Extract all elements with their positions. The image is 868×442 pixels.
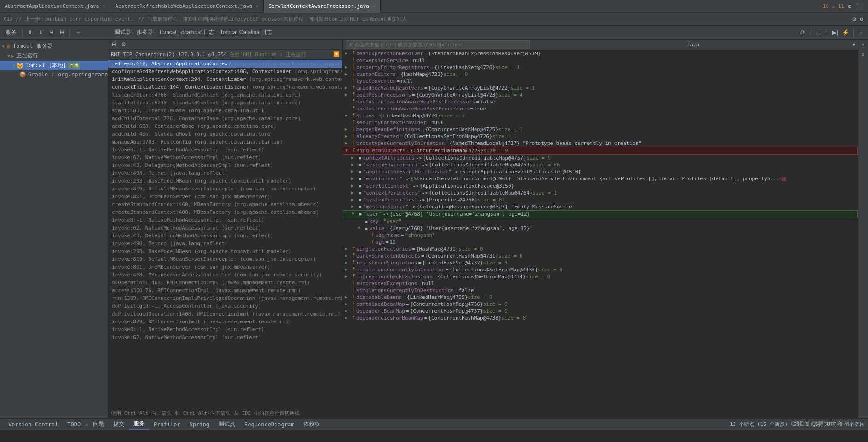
var-singleton-factories[interactable]: ▶ f singletonFactories = {HashMap@4730} … bbox=[343, 246, 858, 253]
stack-item-4[interactable]: listenerStart:4768, StandardContext (org… bbox=[108, 91, 342, 99]
stack-item-9[interactable]: addChild:496, StandardHost (org.apache.c… bbox=[108, 130, 342, 138]
var-singletons-currently-creation[interactable]: ▶ f singletonsCurrentlyInCreation = {Col… bbox=[343, 266, 858, 273]
stack-item-28[interactable]: doOperation:1468, RMIConnectionImpl (jav… bbox=[108, 279, 342, 287]
side-icon-2[interactable]: ⚙ bbox=[861, 51, 865, 58]
stack-item-14[interactable]: invoke:498, Method (java.lang.reflect) bbox=[108, 169, 342, 177]
tab-profiler[interactable]: Profiler bbox=[149, 420, 185, 429]
tb-filter-btn[interactable]: ⊟ bbox=[46, 29, 56, 36]
var-registered-singletons[interactable]: ▶ f registeredSingletons = {LinkedHashSe… bbox=[343, 259, 858, 266]
var-age[interactable]: f age = 12 bbox=[343, 239, 858, 246]
var-type-converter[interactable]: f typeConverter = null bbox=[343, 78, 858, 85]
step-out-btn[interactable]: ↑ bbox=[824, 28, 830, 37]
var-username[interactable]: f username = "zhangsan" bbox=[343, 232, 858, 239]
stack-item-17[interactable]: invoke:801, JmxMBeanServer (com.sun.jmx.… bbox=[108, 193, 342, 201]
var-arrow-29[interactable]: ▶ bbox=[345, 253, 351, 258]
stack-item-21[interactable]: invoke:62, NativeMethodAccessorImpl (sun… bbox=[108, 224, 342, 232]
var-already-created[interactable]: ▶ f alreadyCreated = {Collections$SetFro… bbox=[343, 133, 858, 140]
debugger-tab-btn[interactable]: 调试器 bbox=[112, 28, 134, 37]
var-early-singleton-objects[interactable]: ▶ f earlySingletonObjects = {ConcurrentH… bbox=[343, 253, 858, 259]
tab-sequence[interactable]: SequenceDiagram bbox=[240, 420, 299, 429]
var-arrow-21[interactable]: ▶ bbox=[351, 197, 358, 202]
var-bean-expression-resolver[interactable]: ▶ f beanExpressionResolver = {StandardBe… bbox=[343, 50, 858, 57]
tb-down-btn[interactable]: ⬇ bbox=[36, 29, 46, 36]
gear2-icon[interactable]: ⚙ bbox=[859, 15, 864, 23]
var-context-attributes[interactable]: ▶ ▪ contextAttributes -> {Collections$Un… bbox=[343, 155, 858, 161]
stack-item-10[interactable]: manageApp:1783, HostConfig (org.apache.c… bbox=[108, 138, 342, 146]
var-arrow-5[interactable]: ▶ bbox=[345, 85, 351, 90]
stack-item-26[interactable]: invoke:801, JmxMBeanServer (com.sun.jmx.… bbox=[108, 263, 342, 271]
tab-close-1[interactable]: ✕ bbox=[103, 4, 105, 9]
stack-item-0[interactable]: refresh:618, AbstractApplicationContext … bbox=[108, 60, 342, 68]
stack-item-34[interactable]: invoke0:-1, NativeMethodAccessorImpl (su… bbox=[108, 326, 342, 333]
tab-servlet-context[interactable]: ServletContextAwareProcessor.java ✕ bbox=[264, 0, 381, 13]
tab-close-3[interactable]: ✕ bbox=[373, 4, 376, 9]
var-singletons-currently-destruction[interactable]: f singletonsCurrentlyInDestruction = fal… bbox=[343, 287, 858, 294]
stack-item-13[interactable]: invoke:43, DelegatingMethodAccessorImpl … bbox=[108, 161, 342, 169]
var-arrow-9[interactable]: ▶ bbox=[345, 113, 351, 118]
var-environment[interactable]: ▶ ▪ "environment" -> {StandardServletEnv… bbox=[343, 175, 858, 183]
var-arrow-23[interactable]: ▼ bbox=[352, 211, 358, 216]
var-has-instantiation[interactable]: f hasInstantiationAwareBeanPostProcessor… bbox=[343, 98, 858, 105]
tb-add-btn[interactable]: ＋ bbox=[73, 28, 83, 37]
filter-icon[interactable]: 🔽 bbox=[333, 51, 340, 57]
var-system-environment[interactable]: ▶ ▪ "systemEnvironment" -> {Collections$… bbox=[343, 161, 858, 168]
var-contained-bean-map[interactable]: ▶ f containedBeanMap = {ConcurrentHashMa… bbox=[343, 301, 858, 308]
var-value[interactable]: ▼ ▪ value = {User@4768} "User{username='… bbox=[343, 225, 858, 232]
stack-item-6[interactable]: start:183, LifecycleBase (org.apache.cat… bbox=[108, 107, 342, 115]
var-arrow-36[interactable]: ▶ bbox=[345, 301, 351, 306]
var-arrow-18[interactable]: ▶ bbox=[351, 176, 358, 181]
server-tab-btn[interactable]: 服务器 bbox=[134, 28, 156, 37]
tab-abstract-refreshable[interactable]: AbstractRefreshableWebApplicationContext… bbox=[110, 0, 264, 13]
var-security-context-provider[interactable]: f securityContextProvider = null bbox=[343, 119, 858, 126]
stack-item-19[interactable]: createStandardContext:408, MBeanFactory … bbox=[108, 208, 342, 216]
var-arrow-16[interactable]: ▶ bbox=[351, 162, 358, 167]
tree-tomcat-server[interactable]: ▼ 🖥 Tomcat 服务器 bbox=[0, 41, 108, 51]
tomcat-catalina-tab-btn[interactable]: Tomcat Catalina 日志 bbox=[217, 28, 275, 37]
var-merged-bean-definitions[interactable]: ▶ f mergedBeanDefinitions = {ConcurrentH… bbox=[343, 126, 858, 133]
var-arrow-3[interactable]: ▶ bbox=[345, 71, 351, 76]
var-app-event-multicaster[interactable]: ▶ ▪ "applicationEventMulticaster" -> {Si… bbox=[343, 168, 858, 175]
var-arrow-31[interactable]: ▶ bbox=[345, 267, 351, 272]
mt-filter-btn[interactable]: ⊟ bbox=[110, 40, 118, 48]
tab-spring[interactable]: Spring bbox=[185, 420, 214, 429]
var-custom-editors[interactable]: ▶ f customEditors = {HashMap@4721} size … bbox=[343, 71, 858, 78]
var-arrow-19[interactable]: ▶ bbox=[351, 183, 358, 188]
stack-item-18[interactable]: createStandardContext:460, MBeanFactory … bbox=[108, 201, 342, 208]
tab-dependencies[interactable]: 依赖项 bbox=[299, 419, 324, 429]
tree-running[interactable]: ▼ ▶ 正在运行 bbox=[0, 51, 108, 61]
mt-settings-btn[interactable]: ⚙ bbox=[120, 40, 128, 48]
var-embedded-value-resolvers[interactable]: ▶ f embeddedValueResolvers = {CopyOnWrit… bbox=[343, 85, 858, 92]
lang-dropdown-icon[interactable]: ▼ bbox=[853, 42, 855, 47]
var-arrow-2[interactable]: ▶ bbox=[345, 64, 351, 69]
var-context-parameters[interactable]: ▶ ▪ "contextParameters" -> {Collections$… bbox=[343, 189, 858, 196]
tab-service[interactable]: 服务 bbox=[129, 419, 149, 430]
stack-item-7[interactable]: addChildInternal:726, ContainerBase (org… bbox=[108, 115, 342, 122]
stack-item-30[interactable]: run:1309, RMIConnectionImpl$PrivilegedOp… bbox=[108, 294, 342, 302]
stack-item-2[interactable]: initWebApplicationContext:294, ContextLo… bbox=[108, 75, 342, 83]
var-arrow-37[interactable]: ▶ bbox=[345, 308, 351, 313]
tree-tomcat-local[interactable]: ▼ 🐱 Tomcat [本地] 本地 bbox=[0, 61, 108, 70]
tomcat-localhost-tab-btn[interactable]: Tomcat Localhost 日志 bbox=[156, 28, 217, 37]
var-property-editor-registrars[interactable]: ▶ f propertyEditorRegistrars = {LinkedHa… bbox=[343, 64, 858, 71]
var-disposable-beans[interactable]: ▶ f disposableBeans = {LinkedHashMap@473… bbox=[343, 294, 858, 301]
var-increation-check[interactable]: ▶ f inCreationCheckExclusions = {Collect… bbox=[343, 273, 858, 280]
var-scopes[interactable]: ▶ f scopes = {LinkedHashMap@4724} size =… bbox=[343, 112, 858, 119]
more-debug-btn[interactable]: ⋮ bbox=[856, 28, 865, 37]
run-to-cursor-btn[interactable]: ▶| bbox=[831, 28, 839, 37]
var-arrow-0[interactable]: ▶ bbox=[345, 51, 351, 56]
tab-debug-points[interactable]: 调试点 bbox=[214, 419, 240, 429]
var-arrow-17[interactable]: ▶ bbox=[351, 169, 358, 174]
var-arrow-15[interactable]: ▶ bbox=[351, 155, 358, 160]
tab-abstract-application-context[interactable]: AbstractApplicationContext.java ✕ bbox=[0, 0, 110, 13]
stack-item-33[interactable]: invoke:829, RMIConnectionImpl (javax.man… bbox=[108, 318, 342, 326]
var-suppressed-exceptions[interactable]: f suppressedExceptions = null bbox=[343, 280, 858, 287]
stack-item-27[interactable]: invoke:468, MBeanServerAccessController … bbox=[108, 271, 342, 279]
var-arrow-22[interactable]: ▶ bbox=[351, 204, 358, 209]
var-arrow-14[interactable]: ▼ bbox=[345, 148, 352, 153]
var-arrow-13[interactable]: ▶ bbox=[345, 140, 351, 145]
tab-close-2[interactable]: ✕ bbox=[256, 4, 259, 9]
stack-item-24[interactable]: invoke:293, BaseModelMBean (org.apache.t… bbox=[108, 247, 342, 255]
stack-item-16[interactable]: invoke:819, DefaultMBeanServerIntercepto… bbox=[108, 185, 342, 193]
stack-item-35[interactable]: invoke:62, NativeMethodAccessorImpl (sun… bbox=[108, 333, 342, 341]
stack-item-31[interactable]: doPrivileged:-1, AccessController (java.… bbox=[108, 302, 342, 310]
